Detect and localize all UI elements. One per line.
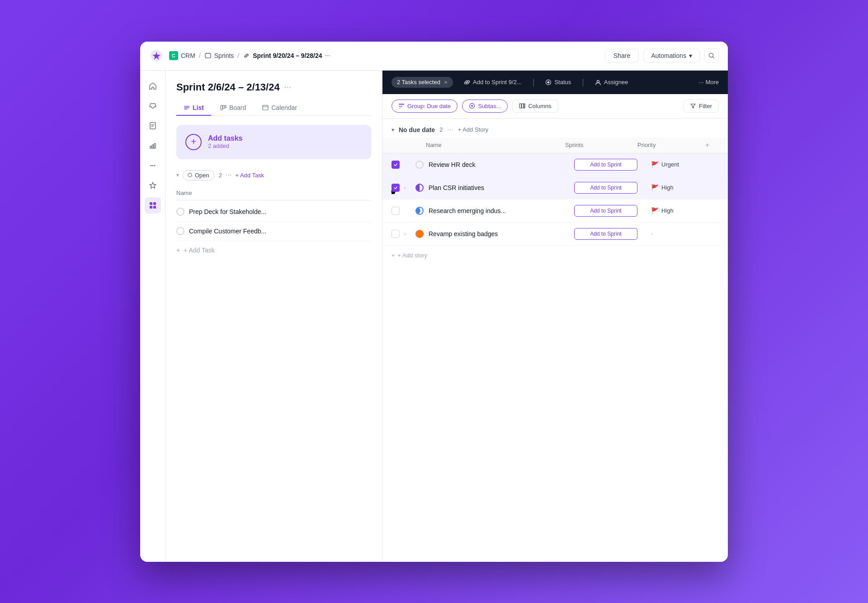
open-chevron-icon[interactable]: ▾ bbox=[176, 172, 179, 178]
svg-rect-27 bbox=[522, 104, 524, 108]
current-sprint-breadcrumb[interactable]: Sprint 9/20/24 – 9/28/24 ··· bbox=[243, 52, 330, 59]
task-expand-1[interactable]: › bbox=[404, 162, 410, 167]
breadcrumb-sep-2: / bbox=[237, 52, 239, 59]
left-panel-column-header: Name bbox=[176, 186, 371, 200]
add-tasks-card[interactable]: + Add tasks 2 added bbox=[176, 125, 371, 159]
tab-board[interactable]: Board bbox=[213, 100, 253, 116]
add-story-row[interactable]: + + Add story bbox=[382, 246, 728, 265]
top-bar-actions: Share Automations ▾ bbox=[605, 48, 719, 63]
task-2-status bbox=[176, 227, 184, 235]
add-to-sprint-btn-4[interactable]: Add to Sprint bbox=[574, 228, 637, 240]
status-toolbar-btn[interactable]: Status bbox=[542, 77, 575, 87]
add-story-section-btn[interactable]: + Add Story bbox=[458, 126, 489, 133]
link-toolbar-icon bbox=[464, 79, 470, 85]
svg-rect-16 bbox=[225, 105, 226, 108]
subtasks-icon bbox=[469, 103, 475, 109]
open-badge[interactable]: Open bbox=[183, 170, 214, 180]
section-dots-btn[interactable]: ··· bbox=[447, 126, 453, 134]
breadcrumb-more-icon[interactable]: ··· bbox=[325, 52, 330, 59]
header-add-btn[interactable]: + bbox=[705, 141, 719, 149]
group-by-btn[interactable]: Group: Due date bbox=[392, 100, 458, 113]
search-button[interactable] bbox=[704, 48, 719, 63]
columns-icon bbox=[519, 103, 525, 109]
task-2-name: Compile Customer Feedb... bbox=[189, 228, 266, 235]
task-priority-cell-3: 🚩 High bbox=[651, 207, 719, 214]
tab-list[interactable]: List bbox=[176, 100, 211, 116]
svg-point-8 bbox=[152, 165, 153, 166]
toolbar-sep-2: | bbox=[582, 77, 584, 87]
tab-calendar[interactable]: Calendar bbox=[255, 100, 304, 116]
toolbar-more-btn[interactable]: ··· More bbox=[699, 79, 719, 85]
sprints-breadcrumb[interactable]: Sprints bbox=[204, 52, 234, 59]
share-button[interactable]: Share bbox=[605, 49, 639, 62]
app-logo bbox=[149, 48, 164, 63]
columns-btn[interactable]: Columns bbox=[512, 100, 558, 113]
board-icon bbox=[220, 104, 226, 111]
task-checkbox-3[interactable] bbox=[392, 207, 400, 215]
sidebar-item-chat[interactable] bbox=[145, 157, 161, 174]
task-name-1: Review HR deck bbox=[429, 161, 570, 168]
task-checkbox-1[interactable] bbox=[392, 161, 400, 169]
sidebar-item-home[interactable] bbox=[145, 78, 161, 94]
sprint-task-row-4[interactable]: › Revamp existing badges Add to Sprint - bbox=[382, 223, 728, 246]
sprint-task-row-3[interactable]: › Research emerging indus... Add to Spri… bbox=[382, 199, 728, 223]
selection-close-btn[interactable]: × bbox=[444, 79, 448, 86]
priority-flag-1: 🚩 bbox=[651, 161, 659, 168]
left-panel-body: + Add tasks 2 added ▾ Open 2 ··· + Add T bbox=[165, 116, 382, 562]
add-to-sprint-btn-1[interactable]: Add to Sprint bbox=[574, 159, 637, 171]
sprint-task-row-2[interactable]: › Plan CSR initiatives Add to Sprint 🚩 H… bbox=[382, 176, 728, 199]
task-expand-2[interactable]: › bbox=[404, 185, 410, 190]
task-priority-cell-2: 🚩 High bbox=[651, 184, 719, 191]
sidebar-item-favorites[interactable] bbox=[145, 177, 161, 194]
sidebar-item-inbox[interactable] bbox=[145, 98, 161, 114]
svg-rect-22 bbox=[399, 106, 402, 107]
add-to-sprint-btn-2[interactable]: Add to Sprint bbox=[574, 182, 637, 194]
sidebar-item-docs[interactable] bbox=[145, 118, 161, 134]
task-sprint-cell-2: Add to Sprint bbox=[574, 182, 646, 194]
task-status-1[interactable] bbox=[415, 160, 424, 169]
task-sprint-cell-3: Add to Sprint bbox=[574, 205, 646, 217]
section-chevron-icon[interactable]: ▾ bbox=[392, 127, 394, 133]
sprint-more-btn[interactable]: ··· bbox=[284, 82, 291, 92]
automations-button[interactable]: Automations ▾ bbox=[643, 49, 700, 62]
svg-point-9 bbox=[154, 165, 155, 166]
section-count: 2 bbox=[439, 126, 443, 133]
task-expand-3[interactable]: › bbox=[404, 208, 410, 214]
task-status-4[interactable] bbox=[415, 229, 424, 238]
add-task-inline-btn[interactable]: + Add Task bbox=[235, 172, 264, 179]
add-to-sprint-btn-3[interactable]: Add to Sprint bbox=[574, 205, 637, 217]
assignee-toolbar-icon bbox=[595, 79, 601, 85]
task-expand-4[interactable]: › bbox=[404, 231, 410, 237]
open-dots-btn[interactable]: ··· bbox=[226, 171, 231, 179]
add-task-btn[interactable]: + + Add Task bbox=[176, 241, 371, 259]
task-status-2[interactable] bbox=[415, 183, 424, 192]
task-status-3[interactable] bbox=[415, 206, 424, 215]
checkmark-icon-2 bbox=[393, 185, 398, 190]
sprint-title: Sprint 2/6/24 – 2/13/24 ··· bbox=[176, 81, 371, 93]
left-task-row-2[interactable]: Compile Customer Feedb... bbox=[176, 222, 371, 241]
status-toolbar-icon bbox=[545, 79, 552, 85]
sidebar-item-grid[interactable] bbox=[145, 197, 161, 214]
svg-rect-21 bbox=[399, 104, 404, 105]
list-icon bbox=[184, 104, 190, 111]
add-tasks-plus-icon: + bbox=[185, 134, 202, 150]
sprints-icon bbox=[204, 52, 212, 59]
sidebar-item-charts[interactable] bbox=[145, 138, 161, 154]
assignee-toolbar-btn[interactable]: Assignee bbox=[591, 77, 632, 87]
svg-rect-5 bbox=[152, 145, 153, 148]
subtasks-btn[interactable]: Subtas... bbox=[462, 100, 508, 113]
crm-breadcrumb[interactable]: C CRM bbox=[169, 51, 195, 60]
filter-btn[interactable]: Filter bbox=[683, 100, 719, 113]
add-to-sprint-toolbar-btn[interactable]: Add to Sprint 9/2... bbox=[460, 77, 525, 87]
left-panel: Sprint 2/6/24 – 2/13/24 ··· List bbox=[165, 71, 382, 562]
link-icon bbox=[243, 52, 250, 59]
left-task-row-1[interactable]: Prep Deck for Stakeholde... bbox=[176, 202, 371, 222]
task-checkbox-2[interactable] bbox=[392, 184, 400, 192]
open-status-dot bbox=[188, 173, 192, 177]
sprint-task-row-1[interactable]: › Review HR deck Add to Sprint 🚩 Urgent bbox=[382, 153, 728, 176]
left-panel-header: Sprint 2/6/24 – 2/13/24 ··· List bbox=[165, 71, 382, 116]
group-icon bbox=[398, 103, 405, 109]
sidebar bbox=[140, 71, 165, 562]
task-checkbox-4[interactable] bbox=[392, 230, 400, 238]
svg-rect-3 bbox=[150, 123, 156, 129]
